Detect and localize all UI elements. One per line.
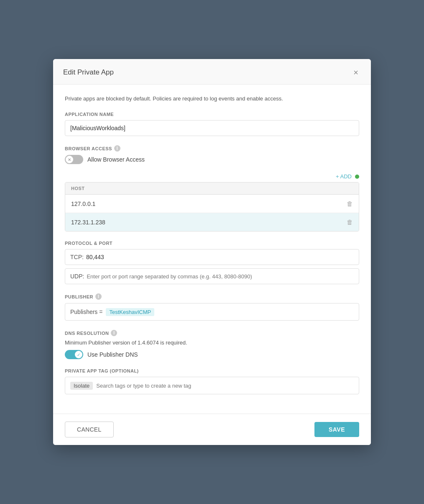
modal-footer: CANCEL SAVE: [53, 414, 371, 445]
dns-resolution-label: DNS RESOLUTION i: [65, 330, 359, 336]
publisher-field[interactable]: Publishers = TestKeshavICMP: [65, 303, 359, 321]
table-row: 172.31.1.238 🗑: [65, 213, 359, 231]
udp-input[interactable]: [87, 273, 354, 280]
protocol-label: PROTOCOL & PORT: [65, 241, 359, 246]
cancel-button[interactable]: CANCEL: [65, 422, 114, 437]
tcp-input-wrapper: TCP:: [65, 249, 359, 265]
dns-sub-text: Minimum Publisher version of 1.4.6074 is…: [65, 339, 359, 346]
edit-private-app-modal: Edit Private App × Private apps are bloc…: [53, 59, 371, 445]
host-section: + ADD HOST 127.0.0.1 🗑 172.31.1.238 🗑: [65, 173, 359, 231]
host-ip-1: 127.0.0.1: [71, 201, 95, 207]
modal-header: Edit Private App ×: [53, 59, 371, 85]
app-name-input[interactable]: [65, 120, 359, 136]
browser-access-group: BROWSER ACCESS i ✕ Allow Browser Access: [65, 145, 359, 164]
tag-badge[interactable]: Isolate: [70, 382, 93, 390]
publisher-label: PUBLISHER i: [65, 293, 359, 300]
dns-toggle-wrapper: ✓ Use Publisher DNS: [65, 350, 359, 359]
protocol-group: PROTOCOL & PORT TCP: UDP:: [65, 241, 359, 284]
table-row: 127.0.0.1 🗑: [65, 195, 359, 213]
publisher-tag[interactable]: TestKeshavICMP: [106, 308, 154, 316]
add-host-button[interactable]: + ADD: [336, 173, 352, 180]
browser-access-toggle-label: Allow Browser Access: [87, 156, 145, 163]
host-table: HOST 127.0.0.1 🗑 172.31.1.238 🗑: [65, 182, 359, 231]
tcp-label: TCP:: [70, 254, 84, 260]
add-row: + ADD: [65, 173, 359, 180]
modal-overlay: Edit Private App × Private apps are bloc…: [0, 0, 424, 504]
dns-toggle[interactable]: ✓: [65, 350, 83, 359]
private-app-tag-label: PRIVATE APP TAG (OPTIONAL): [65, 368, 359, 373]
delete-host-2-button[interactable]: 🗑: [347, 219, 353, 226]
save-button[interactable]: SAVE: [314, 422, 359, 437]
publisher-group: PUBLISHER i Publishers = TestKeshavICMP: [65, 293, 359, 321]
delete-host-1-button[interactable]: 🗑: [347, 200, 353, 207]
browser-access-label: BROWSER ACCESS i: [65, 145, 359, 152]
close-button[interactable]: ×: [351, 67, 361, 77]
publisher-info-icon[interactable]: i: [95, 293, 102, 300]
modal-title: Edit Private App: [63, 68, 114, 77]
info-text: Private apps are blocked by default. Pol…: [65, 95, 359, 103]
private-app-tag-group: PRIVATE APP TAG (OPTIONAL) Isolate: [65, 368, 359, 394]
publisher-field-label: Publishers =: [70, 309, 102, 315]
dns-info-icon[interactable]: i: [111, 330, 117, 336]
udp-label: UDP:: [70, 273, 84, 280]
dns-toggle-label: Use Publisher DNS: [87, 351, 138, 358]
browser-access-info-icon[interactable]: i: [114, 145, 120, 152]
tag-search-input[interactable]: [96, 383, 354, 389]
app-name-group: APPLICATION NAME: [65, 112, 359, 136]
browser-access-toggle-wrapper: ✕ Allow Browser Access: [65, 155, 359, 164]
host-ip-2: 172.31.1.238: [71, 219, 105, 226]
dns-resolution-group: DNS RESOLUTION i Minimum Publisher versi…: [65, 330, 359, 359]
app-name-label: APPLICATION NAME: [65, 112, 359, 117]
modal-body: Private apps are blocked by default. Pol…: [53, 85, 371, 414]
tag-field[interactable]: Isolate: [65, 377, 359, 394]
add-dot-indicator: [355, 175, 359, 179]
host-column-header: HOST: [65, 183, 359, 195]
udp-input-wrapper: UDP:: [65, 268, 359, 284]
tcp-input[interactable]: [86, 254, 354, 260]
browser-access-toggle[interactable]: ✕: [65, 155, 83, 164]
